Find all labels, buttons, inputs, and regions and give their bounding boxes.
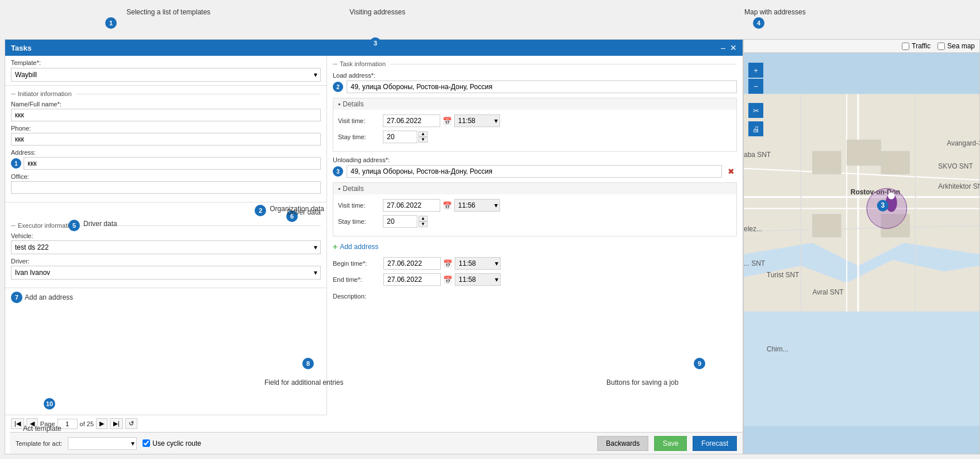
annotation-6-label: Driver data (287, 208, 321, 216)
template-select[interactable]: Waybill (11, 68, 321, 82)
stay-down-2[interactable]: ▼ (418, 221, 428, 227)
executor-section-title: Executor information (11, 222, 321, 229)
end-time-select[interactable]: 11:58 (455, 273, 501, 286)
print-button[interactable]: 🖨 (748, 121, 763, 136)
left-section: Template*: Waybill ▾ Initiator informati… (5, 56, 327, 453)
last-page-button[interactable]: ▶| (110, 418, 123, 429)
zoom-in-button[interactable]: + (748, 63, 763, 78)
begin-time-select[interactable]: 11:58 (455, 257, 501, 270)
bubble-10: 10 (44, 398, 55, 410)
stay-up-1[interactable]: ▲ (418, 131, 428, 137)
minimize-button[interactable]: – (721, 43, 725, 52)
bubble-5: 5 (68, 220, 80, 231)
end-cal-icon[interactable]: 📅 (443, 276, 452, 284)
begin-date-input[interactable] (383, 257, 441, 270)
first-page-button[interactable]: |◀ (11, 418, 24, 429)
details-header-1[interactable]: ▪ Details (333, 98, 736, 110)
next-page-button[interactable]: ▶ (96, 418, 107, 429)
close-button[interactable]: ✕ (730, 43, 737, 52)
backwards-button[interactable]: Backwards (597, 436, 648, 451)
svg-text:Turist SNT: Turist SNT (767, 271, 800, 279)
office-input[interactable] (11, 181, 321, 194)
forecast-button[interactable]: Forecast (693, 436, 737, 451)
panel-body: Template*: Waybill ▾ Initiator informati… (5, 56, 743, 453)
name-input[interactable] (11, 109, 321, 121)
template-select-wrapper: Waybill ▾ (11, 68, 321, 82)
load-address-block: Load address*: 2 (327, 70, 743, 95)
visit-date-input-1[interactable] (383, 114, 440, 127)
stay-input-wrapper-1: ▲ ▼ (383, 131, 428, 143)
details-collapse-icon-2: ▪ (338, 185, 340, 193)
map-content[interactable]: Rostov-on-Don 3 Turist SNT Avral SNT Chi… (744, 53, 979, 454)
unload-delete-button[interactable]: ✖ (725, 167, 737, 176)
load-address-input[interactable] (347, 81, 737, 93)
svg-text:Avral SNT: Avral SNT (812, 288, 844, 296)
visit-time-label-2: Visit time: (338, 202, 378, 209)
stay-input-1[interactable] (383, 131, 417, 143)
traffic-checkbox[interactable] (902, 43, 909, 50)
stay-time-row-2: Stay time: ▲ ▼ (338, 215, 732, 228)
name-field-row: Name/Full name*: (11, 101, 321, 121)
unload-address-input[interactable] (347, 165, 722, 178)
address-bubble-1: 1 (11, 158, 21, 169)
svg-text:... SNT: ... SNT (744, 259, 766, 267)
act-template-select[interactable] (68, 437, 137, 450)
traffic-label: Traffic (912, 42, 931, 50)
map-svg: Rostov-on-Don 3 Turist SNT Avral SNT Chi… (744, 53, 979, 454)
stay-down-1[interactable]: ▼ (418, 137, 428, 143)
visit-time-select-2[interactable]: 11:56 (454, 199, 500, 212)
cyclic-route-row: Use cyclic route (143, 439, 201, 447)
svg-text:Arkhitektor SNT: Arkhitektor SNT (938, 182, 979, 190)
scissors-button[interactable]: ✂ (748, 103, 763, 118)
bottom-toolbar: Template for act: ▾ Use cyclic route Bac… (10, 432, 743, 454)
details-collapse-icon-1: ▪ (338, 100, 340, 108)
stay-time-row-1: Stay time: ▲ ▼ (338, 131, 732, 143)
load-address-row: 2 (333, 81, 737, 93)
unload-address-bubble: 3 (333, 166, 343, 177)
refresh-button[interactable]: ↺ (125, 418, 137, 429)
calendar-icon-2[interactable]: 📅 (443, 201, 452, 210)
end-date-input[interactable] (383, 273, 441, 286)
annotation-1-label: Selecting a list of templates (126, 8, 210, 16)
add-address-button[interactable]: + Add address (333, 242, 379, 251)
driver-field-row: Driver: Ivan Ivanov ▾ (11, 258, 321, 280)
stay-up-2[interactable]: ▲ (418, 216, 428, 221)
vehicle-field-row: Vehicle: test ds 222 ▾ (11, 232, 321, 254)
time-select-wrapper-2: 11:56 ▾ (454, 199, 500, 212)
annotation-5-label: Driver data (83, 220, 117, 228)
begin-cal-icon[interactable]: 📅 (443, 259, 452, 268)
details-header-2[interactable]: ▪ Details (333, 183, 736, 194)
name-label: Name/Full name*: (11, 101, 321, 108)
stay-input-2[interactable] (383, 215, 417, 228)
svg-rect-15 (812, 214, 841, 237)
phone-input[interactable] (11, 133, 321, 146)
details-label-2: Details (343, 185, 364, 193)
bubble-9: 9 (694, 358, 705, 369)
annotation-9-label: Buttons for saving a job (606, 378, 678, 387)
details-block-1: ▪ Details Visit time: 📅 11:58 (333, 98, 737, 152)
driver-select-wrapper: Ivan Ivanov ▾ (11, 266, 321, 280)
vehicle-select[interactable]: test ds 222 (11, 240, 321, 254)
zoom-out-button[interactable]: − (748, 79, 763, 94)
begin-time-row: Begin time*: 📅 11:58 ▾ (333, 257, 737, 270)
load-address-bubble: 2 (333, 82, 343, 92)
stay-time-label-1: Stay time: (338, 133, 378, 140)
annotation-4-label: Map with addresses (744, 8, 806, 16)
driver-select[interactable]: Ivan Ivanov (11, 266, 321, 280)
sea-map-checkbox[interactable] (937, 43, 945, 50)
cyclic-route-checkbox[interactable] (143, 439, 150, 447)
time-select-wrapper-1: 11:58 ▾ (454, 114, 500, 127)
address-input[interactable] (24, 157, 321, 170)
datetime-wrapper-2: 📅 11:56 ▾ (383, 199, 732, 212)
svg-text:3: 3 (881, 201, 885, 209)
calendar-icon-1[interactable]: 📅 (443, 117, 452, 125)
details-label-1: Details (343, 100, 364, 108)
office-label: Office: (11, 173, 321, 180)
visit-time-row-2: Visit time: 📅 11:56 ▾ (338, 199, 732, 212)
visit-date-input-2[interactable] (383, 199, 440, 212)
add-address-label: Add address (340, 243, 378, 251)
initiator-section: Initiator information Name/Full name*: P… (5, 86, 326, 202)
visit-time-select-1[interactable]: 11:58 (454, 114, 500, 127)
svg-point-20 (888, 193, 895, 200)
save-button[interactable]: Save (654, 436, 687, 451)
